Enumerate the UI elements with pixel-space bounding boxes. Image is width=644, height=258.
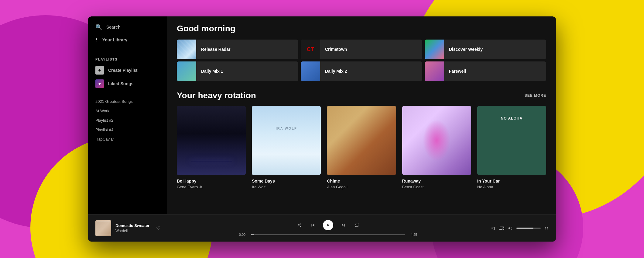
chime-title: Chime: [327, 179, 396, 183]
sidebar-library-label: Your Library: [102, 37, 127, 42]
daily-mix-1-thumb: [177, 61, 196, 81]
player-buttons: [296, 220, 361, 230]
player-progress: 0:00 4:25: [237, 233, 419, 236]
main-content: Good morning Release Radar Crimetown: [167, 16, 556, 214]
in-your-car-thumb: [477, 106, 546, 175]
farewell-label: Farewell: [444, 69, 471, 74]
playlist-item-0[interactable]: 2021 Greatest Songs: [88, 97, 167, 106]
heart-fill-icon: ♥: [95, 79, 104, 88]
volume-button[interactable]: [508, 226, 513, 231]
rotation-section-header: Your heavy rotation SEE MORE: [177, 91, 546, 100]
daily-mix-1-label: Daily Mix 1: [196, 69, 228, 74]
rotation-card-some-days[interactable]: Some Days Ira Wolf: [252, 106, 321, 189]
create-playlist-label: Create Playlist: [108, 68, 138, 73]
quick-card-farewell[interactable]: Farewell: [425, 61, 546, 81]
in-your-car-art: [477, 106, 546, 175]
volume-slider[interactable]: [516, 228, 541, 229]
rotation-card-be-happy[interactable]: Be Happy Gene Evaro Jr.: [177, 106, 246, 189]
daily-mix-2-label: Daily Mix 2: [320, 69, 352, 74]
play-pause-button[interactable]: [323, 220, 333, 230]
quick-card-crimetown[interactable]: Crimetown: [301, 40, 422, 59]
devices-button[interactable]: [499, 226, 504, 231]
farewell-thumb: [425, 61, 444, 81]
player-track-artist: Wardell: [115, 229, 149, 233]
rotation-card-chime[interactable]: Chime Alan Gogoll: [327, 106, 396, 189]
player-track-text: Domestic Sweater Wardell: [115, 223, 149, 233]
runaway-title: Runaway: [402, 179, 471, 183]
create-playlist-item[interactable]: + Create Playlist: [88, 64, 167, 77]
app-body: 🔍 Search ⫶ Your Library PLAYLISTS + Crea…: [88, 16, 556, 214]
runaway-artist: Beast Coast: [402, 185, 471, 189]
daily-mix-2-art: [301, 61, 320, 81]
sidebar-item-search[interactable]: 🔍 Search: [93, 21, 162, 33]
some-days-thumb: [252, 106, 321, 175]
runaway-art: [402, 106, 471, 175]
release-radar-thumb: [177, 40, 196, 59]
player-track-thumb: [95, 220, 111, 236]
rotation-card-in-your-car[interactable]: In Your Car No Aloha: [477, 106, 546, 189]
liked-songs-item[interactable]: ♥ Liked Songs: [88, 77, 167, 90]
rotation-card-runaway[interactable]: Runaway Beast Coast: [402, 106, 471, 189]
greeting-title: Good morning: [177, 24, 546, 33]
player-right-controls: [482, 226, 549, 231]
chime-artist: Alan Gogoll: [327, 185, 396, 189]
progress-time-current: 0:00: [237, 233, 248, 236]
next-button[interactable]: [339, 221, 347, 229]
quick-access-grid: Release Radar Crimetown Discover Weekly: [177, 40, 546, 81]
release-radar-label: Release Radar: [196, 47, 235, 52]
playlist-item-1[interactable]: At Work: [88, 106, 167, 116]
playlist-item-4[interactable]: RapCaviar: [88, 134, 167, 144]
volume-bar-fill: [516, 228, 533, 229]
in-your-car-artist: No Aloha: [477, 185, 546, 189]
quick-card-release-radar[interactable]: Release Radar: [177, 40, 298, 59]
progress-bar[interactable]: [251, 234, 405, 235]
previous-button[interactable]: [309, 221, 317, 229]
heart-icon[interactable]: ♡: [156, 225, 160, 231]
sidebar-search-label: Search: [106, 25, 121, 30]
crimetown-thumb: [301, 40, 320, 59]
discover-weekly-label: Discover Weekly: [444, 47, 488, 52]
player-controls: 0:00 4:25: [179, 220, 477, 236]
be-happy-title: Be Happy: [177, 179, 246, 183]
liked-songs-label: Liked Songs: [108, 81, 133, 86]
quick-card-daily-mix-2[interactable]: Daily Mix 2: [301, 61, 422, 81]
shuffle-button[interactable]: [296, 221, 303, 229]
crimetown-label: Crimetown: [320, 47, 352, 52]
player-track-info: Domestic Sweater Wardell ♡: [95, 220, 174, 236]
playlist-list: 2021 Greatest Songs At Work Playlist #2 …: [88, 96, 167, 145]
repeat-button[interactable]: [353, 221, 361, 229]
be-happy-thumb: [177, 106, 246, 175]
some-days-art: [252, 106, 321, 175]
some-days-title: Some Days: [252, 179, 321, 183]
be-happy-art: [177, 106, 246, 175]
library-icon: ⫶: [95, 37, 98, 43]
rotation-title: Your heavy rotation: [177, 91, 256, 100]
playlist-item-3[interactable]: Playlist #4: [88, 125, 167, 134]
fullscreen-button[interactable]: [544, 226, 549, 230]
progress-time-total: 4:25: [409, 233, 419, 236]
release-radar-art: [177, 40, 196, 59]
plus-icon: +: [95, 66, 104, 75]
farewell-art: [425, 61, 444, 81]
quick-card-daily-mix-1[interactable]: Daily Mix 1: [177, 61, 298, 81]
daily-mix-1-art: [177, 61, 196, 81]
see-more-button[interactable]: SEE MORE: [525, 93, 546, 98]
discover-weekly-art: [425, 40, 444, 59]
chime-thumb: [327, 106, 396, 175]
queue-button[interactable]: [491, 226, 496, 231]
sidebar-item-library[interactable]: ⫶ Your Library: [93, 34, 162, 45]
crimetown-art: [301, 40, 320, 59]
discover-weekly-thumb: [425, 40, 444, 59]
sidebar-divider: [95, 93, 160, 93]
progress-bar-fill: [251, 234, 254, 235]
quick-card-discover-weekly[interactable]: Discover Weekly: [425, 40, 546, 59]
player-bar: Domestic Sweater Wardell ♡: [88, 214, 556, 242]
player-track-name: Domestic Sweater: [115, 223, 149, 228]
runaway-thumb: [402, 106, 471, 175]
sidebar-nav: 🔍 Search ⫶ Your Library: [88, 21, 167, 47]
chime-art: [327, 106, 396, 175]
playlist-item-2[interactable]: Playlist #2: [88, 116, 167, 125]
playlists-section-title: PLAYLISTS: [88, 53, 167, 64]
some-days-artist: Ira Wolf: [252, 185, 321, 189]
be-happy-artist: Gene Evaro Jr.: [177, 185, 246, 189]
